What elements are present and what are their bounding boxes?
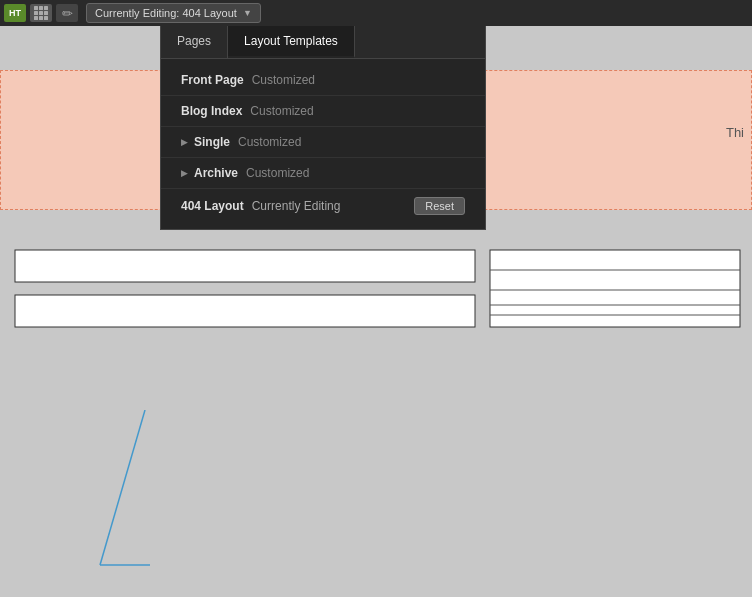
logo-button[interactable]: HT	[4, 4, 26, 22]
canvas-this-text: Thi	[726, 125, 744, 140]
grid-button[interactable]	[30, 4, 52, 22]
item-status: Customized	[238, 135, 301, 149]
editing-label: Currently Editing: 404 Layout	[95, 7, 237, 19]
canvas-lines-area	[0, 240, 752, 420]
svg-line-7	[100, 410, 145, 565]
toolbar: HT ✏ Currently Editing: 404 Layout ▼	[0, 0, 752, 26]
item-name: 404 Layout	[181, 199, 244, 213]
list-item[interactable]: 404 Layout Currently Editing Reset	[161, 189, 485, 223]
list-item[interactable]: Blog Index Customized	[161, 96, 485, 127]
list-item[interactable]: ▶ Archive Customized	[161, 158, 485, 189]
chevron-down-icon: ▼	[243, 8, 252, 18]
dropdown-panel: Pages Layout Templates Front Page Custom…	[160, 26, 486, 230]
editing-selector[interactable]: Currently Editing: 404 Layout ▼	[86, 3, 261, 23]
pen-button[interactable]: ✏	[56, 4, 78, 22]
list-item[interactable]: Front Page Customized	[161, 65, 485, 96]
item-status: Currently Editing	[252, 199, 341, 213]
item-status: Customized	[252, 73, 315, 87]
item-name: Single	[194, 135, 230, 149]
item-name: Archive	[194, 166, 238, 180]
expand-icon: ▶	[181, 137, 188, 147]
tab-pages[interactable]: Pages	[161, 26, 228, 58]
item-status: Customized	[246, 166, 309, 180]
item-status: Customized	[250, 104, 313, 118]
canvas-blue-shape	[95, 410, 155, 560]
item-name: Blog Index	[181, 104, 242, 118]
item-name: Front Page	[181, 73, 244, 87]
reset-button[interactable]: Reset	[414, 197, 465, 215]
expand-icon: ▶	[181, 168, 188, 178]
svg-rect-1	[15, 295, 475, 327]
dropdown-list: Front Page Customized Blog Index Customi…	[161, 59, 485, 229]
list-item[interactable]: ▶ Single Customized	[161, 127, 485, 158]
tab-layout-templates[interactable]: Layout Templates	[228, 26, 355, 58]
svg-rect-0	[15, 250, 475, 282]
dropdown-tabs: Pages Layout Templates	[161, 26, 485, 59]
grid-icon	[34, 6, 48, 20]
